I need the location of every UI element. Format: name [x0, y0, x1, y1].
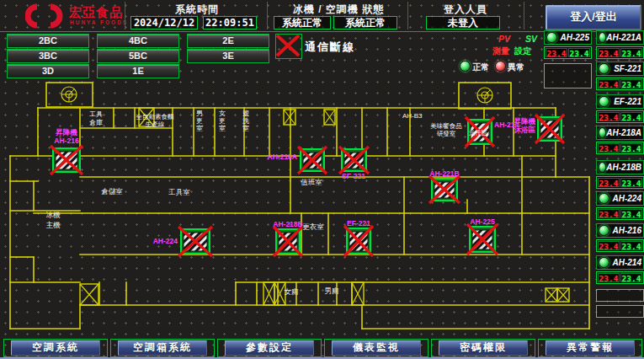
- unit-sv-value: 23.4: [620, 178, 642, 187]
- unit-name: AH-218A: [606, 128, 641, 137]
- unit-sv-value: 23.4: [568, 48, 590, 57]
- room-label: 洗: [242, 117, 249, 125]
- sv-abbrev: SV: [525, 34, 537, 44]
- room-label: 室: [242, 125, 249, 132]
- unit-pv-value: 23.4: [598, 273, 620, 282]
- normal-legend-label: 正常: [472, 62, 489, 73]
- pv-legend-label: 測量: [492, 46, 509, 57]
- room-label: 更: [219, 117, 226, 125]
- unit-pv-value: 23.4: [598, 178, 620, 187]
- unit-values-ah-218a: 23.423.4: [596, 142, 644, 154]
- chiller-status-1: 系統正常: [274, 16, 331, 29]
- nav-frame: 儀表監視: [324, 339, 428, 357]
- equipment-label: AH-218A: [268, 153, 297, 161]
- nav-button-4[interactable]: 密碼權限: [439, 340, 528, 356]
- unit-pv-value: 23.4: [598, 48, 620, 57]
- floor-button-4bc[interactable]: 4BC: [97, 34, 179, 48]
- room-label: 男: [196, 110, 203, 117]
- unit-status-led: [599, 225, 609, 236]
- ahu-offline-icon[interactable]: [429, 176, 460, 203]
- login-person-label: 登入人員: [411, 3, 520, 17]
- floor-button-2e[interactable]: 2E: [187, 34, 269, 48]
- unit-sv-value: 23.4: [620, 79, 642, 88]
- unit-name: AH-225: [561, 33, 589, 42]
- unit-values-ah-225: 23.423.4: [544, 46, 592, 59]
- room-label: 主機: [46, 221, 61, 229]
- ahu-offline-icon[interactable]: [178, 227, 212, 256]
- system-time-value: 22:09:51: [203, 16, 257, 29]
- ahu-offline-icon[interactable]: [344, 226, 373, 256]
- floor-plan: 昇降機AH-216AH-224AH-218ASF-221AH-218BEF-22…: [5, 76, 599, 330]
- room-label: 工具室: [168, 188, 190, 196]
- unit-tile-ah-225[interactable]: AH-225: [544, 30, 592, 45]
- unit-values-ah-214: 23.423.4: [596, 271, 644, 284]
- unit-name: AH-221A: [606, 33, 641, 42]
- unit-values-ah-221a: 23.423.4: [596, 46, 644, 59]
- nav-frame: 密碼權限: [431, 339, 535, 357]
- equipment-label: AH-218B: [273, 220, 302, 228]
- nav-frame: 空調系統: [3, 339, 108, 357]
- room-label: 生產線: [145, 121, 165, 128]
- room-label: 值班室: [301, 178, 322, 186]
- empty-slot: [596, 305, 644, 318]
- header-separator: [524, 2, 524, 29]
- normal-led-icon: [460, 61, 471, 72]
- floor-button-3e[interactable]: 3E: [187, 49, 269, 63]
- equipment-label: 昇降機: [514, 117, 536, 126]
- unit-status-led: [599, 32, 606, 43]
- unit-name: EF-221: [614, 97, 641, 106]
- unit-sv-value: 23.4: [620, 143, 642, 153]
- brand-subtitle: HUNYA FOODS: [70, 19, 128, 25]
- floor-button-3bc[interactable]: 3BC: [7, 49, 89, 63]
- room-label: 美味饗食品: [430, 122, 462, 130]
- unit-sv-value: 23.4: [620, 48, 642, 57]
- nav-button-5[interactable]: 異常警報: [546, 340, 635, 356]
- ahu-offline-icon[interactable]: [274, 227, 302, 256]
- room-label: 更衣室: [302, 222, 324, 231]
- unit-tile-ah-221a[interactable]: AH-221A: [596, 30, 644, 45]
- equipment-label: SF-221: [342, 172, 365, 180]
- header-separator: [125, 2, 125, 29]
- login-logout-button[interactable]: 登入/登出: [546, 5, 641, 30]
- unit-sv-value: 23.4: [620, 112, 642, 121]
- unit-tile-ah-218b[interactable]: AH-218B: [596, 160, 644, 174]
- unit-status-led: [599, 257, 609, 268]
- plan-walls: [10, 108, 589, 329]
- room-label: 盥: [242, 110, 249, 117]
- unit-stack-right: AH-221A23.423.4SF-22123.423.4EF-22123.42…: [596, 30, 644, 321]
- unit-status-led: [599, 162, 606, 173]
- unit-tile-ah-224[interactable]: AH-224: [596, 191, 644, 206]
- nav-button-2[interactable]: 參數設定: [225, 340, 314, 356]
- ahu-offline-icon[interactable]: [339, 147, 369, 174]
- header-separator: [407, 2, 408, 29]
- nav-frame: 參數設定: [217, 339, 322, 357]
- unit-values-ah-216: 23.423.4: [596, 239, 644, 252]
- floor-button-2bc[interactable]: 2BC: [7, 34, 89, 48]
- chiller-status-label: 冰機 / 空調機 狀態: [269, 3, 407, 17]
- nav-button-0[interactable]: 空調系統: [11, 340, 100, 356]
- unit-tile-sf-221[interactable]: SF-221: [596, 62, 644, 76]
- unit-tile-ah-214[interactable]: AH-214: [596, 255, 644, 270]
- plan-room-labels: 工具倉庫全自動素食麵生產線男更室女更室盥洗室美味饗食品研發室AH-B3元件區倉儲…: [46, 110, 488, 296]
- room-label: 倉庫: [89, 119, 103, 126]
- unit-tile-ah-216[interactable]: AH-216: [596, 223, 644, 238]
- room-label: 男廁: [325, 287, 339, 295]
- ahu-offline-icon[interactable]: [467, 224, 498, 255]
- unit-name: AH-224: [613, 194, 641, 203]
- unit-status-led: [599, 63, 609, 74]
- room-label: 女: [219, 110, 226, 117]
- equipment-label: AH-216: [54, 137, 79, 145]
- brand-logo-icon: [25, 3, 66, 29]
- unit-values-ef-221: 23.423.4: [596, 110, 644, 123]
- ahu-offline-icon[interactable]: [51, 146, 82, 174]
- ahu-offline-icon[interactable]: [298, 147, 327, 174]
- login-person-value: 未登入: [426, 16, 500, 29]
- system-date-value: 2024/12/12: [130, 16, 198, 29]
- unit-tile-ah-218a[interactable]: AH-218A: [596, 126, 644, 140]
- abnormal-legend-label: 異常: [508, 62, 524, 73]
- floor-button-5bc[interactable]: 5BC: [97, 49, 179, 63]
- nav-frame: 空調箱系統: [110, 339, 215, 357]
- nav-button-3[interactable]: 儀表監視: [332, 340, 421, 356]
- nav-button-1[interactable]: 空調箱系統: [118, 340, 207, 356]
- unit-tile-ef-221[interactable]: EF-221: [596, 94, 644, 109]
